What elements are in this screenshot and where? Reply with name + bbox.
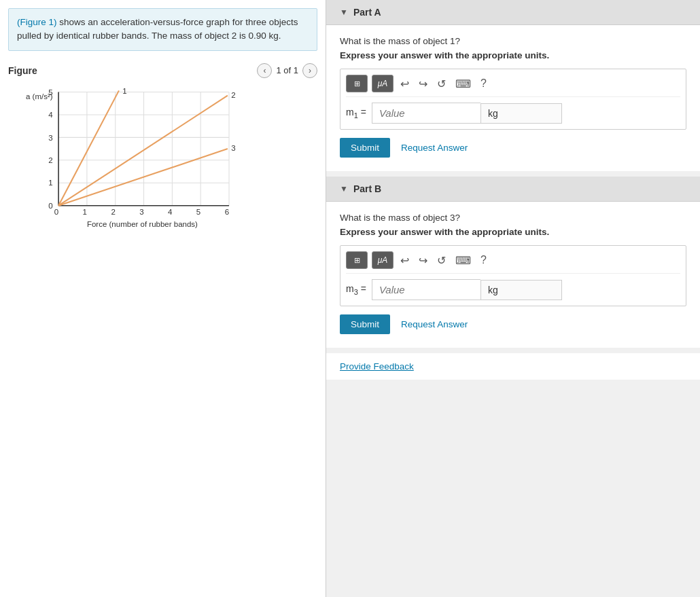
- redo-icon-b: ↪: [419, 255, 427, 266]
- part-a-toolbar: ⊞ μA ↩ ↪ ↺: [346, 75, 680, 97]
- provide-feedback-link[interactable]: Provide Feedback: [326, 353, 700, 380]
- graph-line-label-3: 3: [231, 144, 235, 152]
- part-a-redo-button[interactable]: ↪: [416, 76, 430, 92]
- part-a-input-row: m1 =: [346, 103, 680, 124]
- part-a-header: ▼ Part A: [326, 0, 700, 25]
- part-a-grid-button[interactable]: ⊞: [346, 75, 368, 92]
- problem-description: (Figure 1) shows an acceleration-versus-…: [8, 8, 317, 51]
- y-tick-2: 2: [48, 156, 52, 164]
- refresh-icon-b: ↺: [437, 255, 446, 266]
- part-a-keyboard-button[interactable]: ⌨: [453, 76, 474, 92]
- graph-line-label-1: 1: [122, 86, 126, 94]
- undo-icon: ↩: [400, 78, 409, 90]
- mu-label: μA: [378, 79, 388, 88]
- right-panel: ▼ Part A What is the mass of object 1? E…: [326, 0, 700, 597]
- undo-icon-b: ↩: [400, 255, 409, 266]
- x-tick-6: 6: [225, 208, 229, 216]
- part-b-input-row: m3 =: [346, 279, 680, 300]
- y-tick-1: 1: [48, 179, 52, 187]
- part-b-header: ▼ Part B: [326, 177, 700, 202]
- x-tick-3: 3: [139, 208, 143, 216]
- part-b-unit-input[interactable]: [480, 280, 562, 300]
- part-b-grid-button[interactable]: ⊞: [346, 251, 368, 269]
- part-b-action-row: Submit Request Answer: [340, 314, 686, 334]
- part-a-mu-button[interactable]: μA: [372, 75, 393, 92]
- y-tick-4: 4: [48, 111, 53, 119]
- part-a-value-input[interactable]: [372, 103, 480, 124]
- part-b-request-answer-link[interactable]: Request Answer: [401, 319, 468, 329]
- part-a-refresh-button[interactable]: ↺: [434, 76, 449, 92]
- x-tick-2: 2: [111, 208, 115, 216]
- y-tick-3: 3: [48, 133, 52, 141]
- part-a-express: Express your answer with the appropriate…: [340, 50, 686, 60]
- refresh-icon: ↺: [437, 78, 446, 90]
- graph-svg: a (m/s²): [8, 85, 294, 241]
- part-a-submit-button[interactable]: Submit: [340, 138, 390, 158]
- part-a-unit-input[interactable]: [480, 103, 562, 124]
- keyboard-icon-b: ⌨: [455, 255, 471, 266]
- part-b-mu-button[interactable]: μA: [372, 251, 393, 269]
- x-tick-5: 5: [196, 208, 200, 216]
- x-axis-label: Force (number of rubber bands): [87, 220, 198, 228]
- x-tick-1: 1: [83, 208, 87, 216]
- grid-icon-b: ⊞: [354, 256, 360, 265]
- part-a-question: What is the mass of object 1?: [340, 36, 686, 46]
- part-b-answer-box: ⊞ μA ↩ ↪ ↺: [340, 245, 686, 306]
- figure-nav: ‹ 1 of 1 ›: [257, 63, 317, 78]
- part-a-var-label: m1 =: [346, 107, 366, 120]
- part-b-value-input[interactable]: [372, 279, 480, 300]
- part-a-action-row: Submit Request Answer: [340, 138, 686, 158]
- y-tick-5: 5: [48, 88, 52, 96]
- part-b-express: Express your answer with the appropriate…: [340, 227, 686, 237]
- graph-line-2: [58, 95, 228, 205]
- figure-header: Figure ‹ 1 of 1 ›: [8, 59, 317, 82]
- help-icon: ?: [480, 77, 487, 89]
- help-icon-b: ?: [480, 254, 487, 266]
- x-tick-4: 4: [168, 208, 173, 216]
- y-tick-0: 0: [48, 201, 52, 209]
- part-b-label: Part B: [353, 183, 381, 194]
- part-a-label: Part A: [353, 7, 381, 18]
- grid-icon: ⊞: [354, 79, 360, 88]
- figure-label: Figure: [8, 65, 37, 76]
- part-b-undo-button[interactable]: ↩: [398, 253, 412, 268]
- redo-icon: ↪: [419, 78, 427, 90]
- part-a-help-button[interactable]: ?: [478, 76, 489, 91]
- graph-line-label-2: 2: [231, 90, 235, 98]
- part-b-content: What is the mass of object 3? Express yo…: [326, 202, 700, 348]
- figure-nav-text: 1 of 1: [276, 65, 298, 75]
- part-b-keyboard-button[interactable]: ⌨: [453, 253, 474, 268]
- left-panel: (Figure 1) shows an acceleration-versus-…: [0, 0, 326, 597]
- part-a-section: ▼ Part A What is the mass of object 1? E…: [326, 0, 700, 171]
- part-b-redo-button[interactable]: ↪: [416, 253, 430, 268]
- part-a-answer-box: ⊞ μA ↩ ↪ ↺: [340, 69, 686, 130]
- figure-link[interactable]: (Figure 1): [17, 17, 57, 27]
- figure-area: Figure ‹ 1 of 1 › a (m/s²): [0, 59, 326, 598]
- part-b-help-button[interactable]: ?: [478, 253, 489, 268]
- part-b-section: ▼ Part B What is the mass of object 3? E…: [326, 177, 700, 348]
- keyboard-icon: ⌨: [455, 78, 471, 90]
- figure-prev-button[interactable]: ‹: [257, 63, 272, 78]
- part-b-toolbar: ⊞ μA ↩ ↪ ↺: [346, 251, 680, 274]
- x-tick-0: 0: [54, 208, 58, 216]
- mu-label-b: μA: [378, 255, 388, 265]
- part-b-var-label: m3 =: [346, 283, 366, 296]
- problem-text-body: shows an acceleration-versus-force graph…: [17, 17, 298, 41]
- part-a-request-answer-link[interactable]: Request Answer: [401, 143, 468, 153]
- graph-container: a (m/s²): [8, 85, 317, 598]
- part-a-content: What is the mass of object 1? Express yo…: [326, 25, 700, 171]
- figure-next-button[interactable]: ›: [302, 63, 317, 78]
- part-a-collapse-icon: ▼: [340, 7, 348, 17]
- part-a-undo-button[interactable]: ↩: [398, 76, 412, 92]
- part-b-refresh-button[interactable]: ↺: [434, 253, 449, 268]
- part-b-question: What is the mass of object 3?: [340, 213, 686, 223]
- part-b-collapse-icon: ▼: [340, 184, 348, 194]
- part-b-submit-button[interactable]: Submit: [340, 314, 390, 334]
